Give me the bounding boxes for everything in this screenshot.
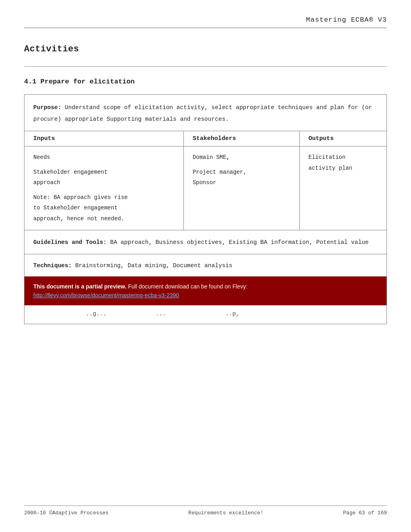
inputs-cell: Needs Stakeholder engagementapproach Not…	[24, 146, 184, 230]
stakeholder-sponsor: Sponsor	[193, 177, 291, 188]
guidelines-label: Guidelines and Tools:	[33, 239, 107, 246]
footer-area: 2006-16 ©Adaptive Processes Requirements…	[24, 506, 387, 516]
guidelines-section: Guidelines and Tools: BA approach, Busin…	[24, 230, 387, 254]
col-inputs-header: Inputs	[24, 131, 184, 146]
table-body-row: Needs Stakeholder engagementapproach Not…	[24, 146, 387, 230]
table-header-row: Inputs Stakeholders Outputs	[24, 131, 387, 146]
stakeholder-domain-sme: Domain SME,	[193, 152, 291, 163]
section-heading: Activities	[24, 44, 387, 54]
subsection-heading: 4.1 Prepare for elicitation	[24, 78, 387, 85]
preview-banner: This document is a partial preview. Full…	[24, 276, 387, 306]
page-container: Mastering ECBA® V3 Activities 4.1 Prepar…	[0, 0, 411, 532]
inputs-needs: Needs	[33, 152, 175, 163]
footer-center: Requirements excellence!	[188, 510, 263, 516]
truncated-line: ..g... ... ..p,	[24, 305, 387, 324]
inputs-note: Note: BA approach gives riseto Stakehold…	[33, 192, 175, 224]
purpose-label: Purpose:	[33, 104, 61, 111]
techniques-label: Techniques:	[33, 262, 72, 269]
stakeholders-cell: Domain SME, Project manager, Sponsor	[184, 146, 300, 230]
purpose-text: Understand scope of elicitation activity…	[33, 104, 372, 122]
footer-right: Page 63 of 169	[343, 510, 387, 516]
preview-bold-text: This document is a partial preview.	[33, 283, 126, 290]
preview-link[interactable]: http://flevy.com/browse/document/masteri…	[33, 292, 179, 298]
col-stakeholders-header: Stakeholders	[184, 131, 300, 146]
stakeholder-project-manager: Project manager,	[193, 167, 291, 178]
table-section: Inputs Stakeholders Outputs Needs Stakeh…	[24, 131, 387, 230]
preview-normal-text: Full document download can be found on F…	[126, 283, 247, 290]
inputs-stakeholder-engagement: Stakeholder engagementapproach	[33, 167, 175, 188]
header-area: Mastering ECBA® V3	[24, 16, 387, 28]
header-title: Mastering ECBA® V3	[306, 16, 387, 24]
footer-left: 2006-16 ©Adaptive Processes	[24, 510, 109, 516]
content-box: Purpose: Understand scope of elicitation…	[24, 94, 387, 324]
guidelines-text: BA approach, Business objectives, Existi…	[107, 239, 369, 246]
col-outputs-header: Outputs	[300, 131, 387, 146]
output-elicitation: Elicitationactivity plan	[309, 152, 378, 173]
outputs-cell: Elicitationactivity plan	[300, 146, 387, 230]
section-divider	[24, 66, 387, 67]
techniques-text: Brainstorming, Data mining, Document ana…	[72, 262, 232, 269]
purpose-section: Purpose: Understand scope of elicitation…	[24, 95, 387, 131]
techniques-section: Techniques: Brainstorming, Data mining, …	[24, 254, 387, 276]
